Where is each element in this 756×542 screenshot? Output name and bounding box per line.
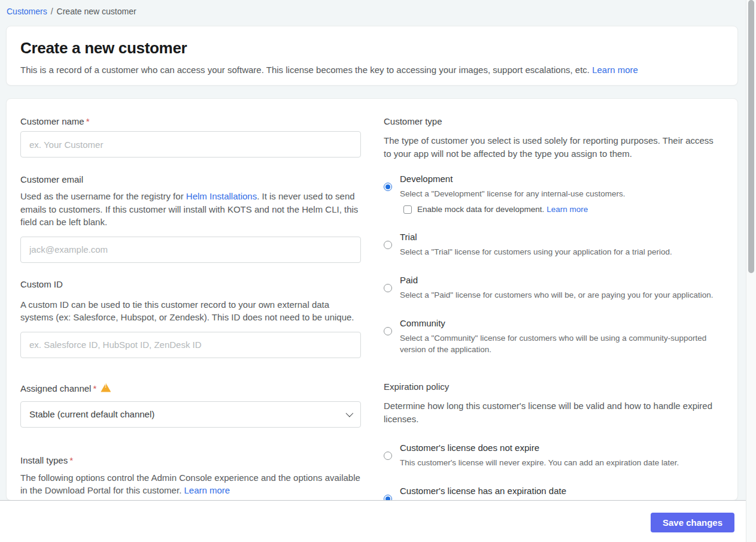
- option-title: Development: [400, 172, 715, 185]
- customer-type-description: The type of customer you select is used …: [384, 134, 715, 160]
- option-title: Paid: [400, 274, 715, 286]
- option-title: Customer's license does not expire: [400, 441, 715, 454]
- customer-name-label: Customer name*: [20, 115, 361, 128]
- customer-type-option-development: Development Select a "Development" licen…: [384, 172, 715, 214]
- customer-email-label: Customer email: [20, 173, 361, 186]
- expiration-policy-description: Determine how long this customer's licen…: [384, 399, 715, 425]
- expiration-policy-heading: Expiration policy: [384, 380, 715, 393]
- vertical-scrollbar[interactable]: [746, 0, 756, 542]
- option-title: Community: [400, 317, 715, 329]
- mock-data-checkbox-row: Enable mock data for development. Learn …: [403, 205, 715, 214]
- form-left-column: Customer name* Customer email Used as th…: [20, 115, 361, 501]
- install-types-description: The following options control the Admin …: [20, 471, 361, 497]
- customer-form-card: Customer name* Customer email Used as th…: [6, 98, 738, 501]
- customer-type-option-community: Community Select a "Community" license f…: [384, 317, 715, 355]
- install-types-learn-more-link[interactable]: Learn more: [184, 485, 230, 495]
- mock-data-checkbox-label: Enable mock data for development. Learn …: [417, 205, 588, 214]
- breadcrumb-customers-link[interactable]: Customers: [7, 7, 47, 16]
- radio-development[interactable]: [384, 183, 392, 191]
- customer-type-option-paid: Paid Select a "Paid" license for custome…: [384, 274, 715, 301]
- radio-trial[interactable]: [384, 241, 392, 249]
- option-description: Select a "Paid" license for customers wh…: [400, 289, 715, 301]
- helm-installations-link[interactable]: Helm Installations: [186, 191, 257, 201]
- page-header-card: Create a new customer This is a record o…: [6, 26, 738, 86]
- breadcrumb: Customers/Create new customer: [6, 0, 738, 26]
- option-description: Select a "Community" license for custome…: [400, 332, 715, 355]
- page-content: Customers/Create new customer Create a n…: [0, 0, 756, 501]
- assigned-channel-select[interactable]: Stable (current default channel): [20, 401, 361, 428]
- expiration-option-does-not-expire: Customer's license does not expire This …: [384, 441, 715, 468]
- custom-id-label: Custom ID: [20, 278, 361, 290]
- mock-data-checkbox[interactable]: [403, 205, 412, 214]
- radio-license-does-not-expire[interactable]: [384, 452, 392, 460]
- option-description: Select a "Development" license for any i…: [400, 188, 715, 199]
- breadcrumb-separator: /: [51, 7, 53, 16]
- option-title: Trial: [400, 231, 715, 243]
- page-title: Create a new customer: [20, 39, 723, 57]
- customer-type-options: Development Select a "Development" licen…: [384, 172, 715, 355]
- option-title: Customer's license has an expiration dat…: [400, 485, 715, 497]
- required-asterisk: *: [86, 116, 90, 126]
- customer-type-option-trial: Trial Select a "Trial" license for custo…: [384, 231, 715, 258]
- customer-type-heading: Customer type: [384, 115, 715, 128]
- customer-name-input[interactable]: [20, 131, 361, 158]
- option-description: Select a "Trial" license for customers u…: [400, 246, 715, 258]
- breadcrumb-current: Create new customer: [57, 7, 136, 16]
- save-changes-button[interactable]: Save changes: [651, 513, 734, 532]
- install-types-label: Install types*: [20, 454, 361, 467]
- form-right-column: Customer type The type of customer you s…: [384, 115, 715, 501]
- required-asterisk: *: [93, 383, 96, 393]
- radio-paid[interactable]: [384, 284, 392, 292]
- warning-icon: [101, 383, 111, 392]
- radio-community[interactable]: [384, 327, 392, 335]
- required-asterisk: *: [69, 455, 73, 465]
- expiration-option-has-expiration-date: Customer's license has an expiration dat…: [384, 485, 715, 501]
- custom-id-description: A custom ID can be used to tie this cust…: [20, 298, 361, 324]
- custom-id-input[interactable]: [20, 332, 361, 358]
- header-learn-more-link[interactable]: Learn more: [592, 65, 638, 75]
- mock-data-learn-more-link[interactable]: Learn more: [546, 205, 588, 214]
- action-footer: Save changes: [0, 500, 756, 542]
- assigned-channel-label: Assigned channel*: [20, 382, 361, 395]
- option-description: This customer's license will never expir…: [400, 457, 715, 468]
- customer-email-description: Used as the username for the registry fo…: [20, 190, 361, 229]
- scrollbar-thumb[interactable]: [748, 0, 754, 273]
- page-description: This is a record of a customer who can a…: [20, 65, 723, 75]
- expiration-policy-options: Customer's license does not expire This …: [384, 441, 715, 501]
- customer-email-input[interactable]: [20, 237, 361, 263]
